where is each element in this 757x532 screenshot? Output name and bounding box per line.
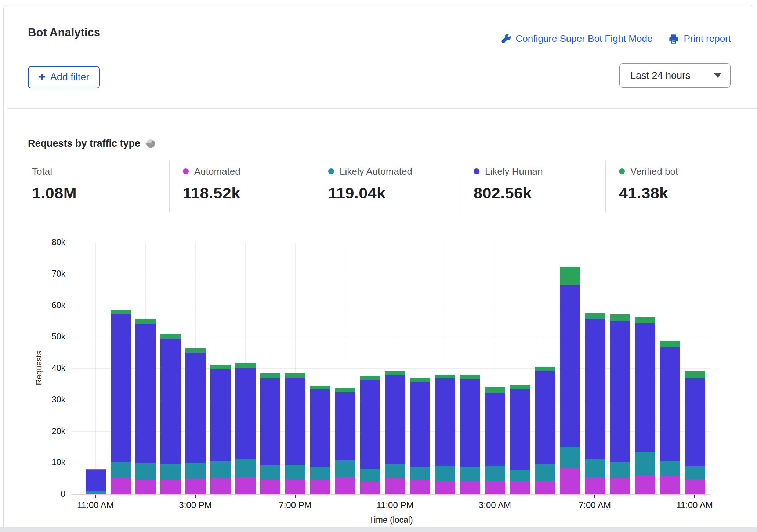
segment-likely-automated: [86, 491, 106, 493]
segment-automated: [360, 482, 380, 494]
segment-verified-bot: [510, 385, 530, 389]
time-range-select[interactable]: Last 24 hours: [619, 63, 731, 88]
segment-automated: [135, 480, 156, 494]
bar-hour-11: [360, 376, 380, 494]
bar-hour-1: [111, 310, 131, 494]
segment-likely-human: [285, 378, 305, 465]
segment-automated: [535, 481, 555, 494]
segment-likely-human: [685, 378, 705, 466]
segment-likely-human: [360, 380, 380, 469]
x-tick-mark: [594, 495, 595, 498]
segment-automated: [635, 475, 655, 494]
segment-likely-human: [585, 319, 605, 459]
segment-likely-automated: [135, 463, 156, 480]
configure-super-bot-fight-mode-link[interactable]: Configure Super Bot Fight Mode: [501, 33, 653, 44]
stat-likely-automated: Likely Automated119.04k: [315, 161, 460, 212]
segment-automated: [260, 480, 280, 494]
segment-likely-human: [385, 375, 405, 464]
bar-hour-10: [335, 388, 355, 494]
card-bottom-divider: [0, 527, 757, 532]
segment-verified-bot: [86, 469, 106, 470]
bar-hour-2: [135, 319, 156, 494]
gridline-horizontal: [72, 337, 710, 337]
segment-likely-automated: [460, 467, 480, 481]
configure-link-label: Configure Super Bot Fight Mode: [516, 33, 653, 44]
gridline-vertical: [345, 242, 345, 494]
header-links: Configure Super Bot Fight Mode Print rep…: [501, 33, 731, 44]
segment-likely-human: [535, 371, 555, 464]
bar-hour-24: [685, 371, 705, 494]
x-tick-label: 3:00 AM: [454, 500, 535, 510]
y-tick-label: 50k: [4, 332, 65, 342]
stat-value: 1.08M: [32, 184, 169, 202]
stat-label: Verified bot: [630, 166, 678, 177]
segment-likely-automated: [635, 452, 655, 475]
segment-likely-automated: [235, 459, 256, 477]
segment-verified-bot: [210, 365, 231, 369]
y-tick-label: 0: [4, 489, 65, 499]
segment-verified-bot: [560, 267, 580, 285]
segment-automated: [460, 481, 480, 494]
segment-likely-human: [210, 369, 231, 461]
plus-icon: +: [39, 71, 46, 83]
segment-automated: [510, 481, 530, 494]
y-tick-label: 60k: [4, 300, 65, 310]
segment-likely-automated: [510, 470, 530, 481]
segment-likely-automated: [335, 460, 355, 477]
bot-analytics-card: Bot Analytics Configure Super Bot Fight …: [3, 5, 754, 528]
bar-hour-5: [210, 365, 231, 494]
wrench-icon: [501, 34, 511, 44]
y-tick-label: 30k: [4, 395, 65, 405]
gridline-horizontal: [72, 494, 710, 495]
bar-hour-17: [510, 385, 530, 494]
gridline-vertical: [545, 242, 545, 494]
pie-chart-icon: [146, 139, 155, 148]
stat-total: Total1.08M: [28, 161, 169, 212]
stat-likely-human: Likely Human802.56k: [460, 161, 605, 212]
bar-hour-16: [485, 387, 505, 494]
segment-automated: [160, 480, 181, 494]
segment-likely-human: [410, 382, 430, 467]
segment-verified-bot: [485, 387, 505, 393]
bar-hour-14: [435, 375, 455, 494]
bar-hour-8: [285, 373, 305, 494]
segment-automated: [585, 477, 605, 494]
segment-automated: [210, 478, 231, 494]
segment-likely-human: [310, 389, 330, 466]
add-filter-button[interactable]: + Add filter: [28, 66, 100, 88]
print-report-link[interactable]: Print report: [669, 33, 731, 44]
segment-likely-automated: [685, 466, 705, 479]
segment-verified-bot: [111, 310, 131, 314]
segment-automated: [86, 493, 106, 494]
stat-label: Automated: [194, 166, 240, 177]
segment-likely-automated: [610, 462, 630, 478]
bar-hour-7: [260, 373, 280, 494]
stat-value: 119.04k: [328, 184, 460, 202]
legend-dot-likely-human: [474, 168, 479, 174]
segment-automated: [485, 481, 505, 494]
segment-automated: [610, 478, 630, 494]
segment-verified-bot: [185, 348, 206, 353]
segment-automated: [660, 476, 680, 494]
segment-verified-bot: [235, 363, 256, 368]
segment-likely-human: [435, 378, 455, 466]
chevron-down-icon: [714, 73, 721, 78]
bar-hour-19: [560, 267, 580, 494]
gridline-horizontal: [72, 368, 710, 369]
segment-likely-human: [560, 285, 580, 447]
gridline-horizontal: [72, 400, 710, 400]
stat-value: 41.38k: [619, 184, 730, 202]
segment-likely-automated: [385, 464, 405, 478]
gridline-horizontal: [72, 274, 710, 274]
y-tick-label: 80k: [4, 237, 65, 247]
gridline-vertical: [595, 242, 595, 494]
x-axis-title: Time (local): [336, 515, 446, 525]
segment-automated: [185, 479, 206, 494]
x-tick-mark: [395, 495, 395, 498]
segment-likely-automated: [360, 469, 380, 482]
stat-verified-bot: Verified bot41.38k: [605, 161, 730, 212]
stat-label: Likely Automated: [340, 166, 412, 177]
gridline-horizontal: [72, 463, 710, 463]
segment-automated: [310, 480, 330, 494]
stat-value: 802.56k: [474, 184, 605, 202]
